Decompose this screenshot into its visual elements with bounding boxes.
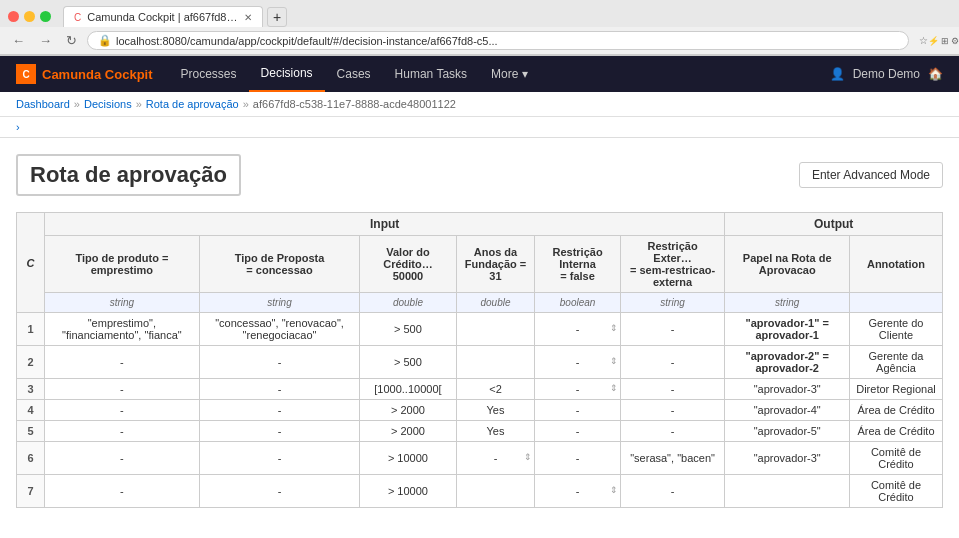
cell-4-1: - (199, 400, 360, 421)
cell-7-7: Comitê de Crédito (849, 475, 942, 508)
breadcrumb-decisions[interactable]: Decisions (84, 98, 132, 110)
cell-1-4[interactable]: - (535, 313, 620, 346)
user-name: Demo Demo (853, 67, 920, 81)
browser-tab[interactable]: C Camunda Cockpit | af667fd8-c... ✕ (63, 6, 263, 27)
cell-6-2: > 10000 (360, 442, 456, 475)
table-row: 7 - - > 10000 - - Comitê de Crédito (17, 475, 943, 508)
cell-3-4[interactable]: - (535, 379, 620, 400)
advanced-mode-button[interactable]: Enter Advanced Mode (799, 162, 943, 188)
cell-1-5: - (620, 313, 725, 346)
cell-7-4[interactable]: - (535, 475, 620, 508)
cell-5-5: - (620, 421, 725, 442)
col-anos-fundacao: Anos da Fundação = 31 (456, 236, 535, 293)
page-header: Rota de aprovação Enter Advanced Mode (16, 154, 943, 196)
nav-items: Processes Decisions Cases Human Tasks Mo… (169, 56, 830, 92)
row-num-4: 4 (17, 400, 45, 421)
traffic-light-red[interactable] (8, 11, 19, 22)
traffic-light-yellow[interactable] (24, 11, 35, 22)
cell-5-4: - (535, 421, 620, 442)
table-container: C Input Output Tipo de produto = emprest… (16, 212, 943, 508)
type-string-3: string (620, 293, 725, 313)
home-icon[interactable]: 🏠 (928, 67, 943, 81)
cell-1-7: Gerente do Cliente (849, 313, 942, 346)
cell-5-0: - (45, 421, 200, 442)
cell-1-6: "aprovador-1" = aprovador-1 (725, 313, 850, 346)
browser-chrome: C Camunda Cockpit | af667fd8-c... ✕ + ← … (0, 0, 959, 56)
cell-6-0: - (45, 442, 200, 475)
row-num-7: 7 (17, 475, 45, 508)
type-double-2: double (456, 293, 535, 313)
traffic-light-green[interactable] (40, 11, 51, 22)
type-row: string string double double boolean stri… (17, 293, 943, 313)
col-valor-credito: Valor do Crédito… 50000 (360, 236, 456, 293)
new-tab-button[interactable]: + (267, 7, 287, 27)
header-row-1: C Input Output (17, 213, 943, 236)
nav-processes[interactable]: Processes (169, 56, 249, 92)
cell-5-2: > 2000 (360, 421, 456, 442)
nav-cases[interactable]: Cases (325, 56, 383, 92)
cell-3-7: Diretor Regional (849, 379, 942, 400)
col-papel-rota: Papel na Rota de Aprovacao (725, 236, 850, 293)
type-string-4: string (725, 293, 850, 313)
cell-2-4[interactable]: - (535, 346, 620, 379)
cell-6-5: "serasa", "bacen" (620, 442, 725, 475)
breadcrumb-instance-id: af667fd8-c538-11e7-8888-acde48001122 (253, 98, 456, 110)
cell-5-1: - (199, 421, 360, 442)
table-row: 4 - - > 2000 Yes - - "aprovador-4" Área … (17, 400, 943, 421)
breadcrumb: Dashboard » Decisions » Rota de aprovaçã… (0, 92, 959, 117)
back-button[interactable]: ← (8, 31, 29, 50)
cell-4-5: - (620, 400, 725, 421)
nav-human-tasks[interactable]: Human Tasks (383, 56, 479, 92)
breadcrumb-arrow[interactable]: › (0, 117, 959, 137)
cell-7-2: > 10000 (360, 475, 456, 508)
user-icon: 👤 (830, 67, 845, 81)
table-row: 5 - - > 2000 Yes - - "aprovador-5" Área … (17, 421, 943, 442)
type-annotation (849, 293, 942, 313)
decision-table: C Input Output Tipo de produto = emprest… (16, 212, 943, 508)
cell-4-7: Área de Crédito (849, 400, 942, 421)
url-text: localhost:8080/camunda/app/cockpit/defau… (116, 35, 898, 47)
cell-2-1: - (199, 346, 360, 379)
cell-4-4: - (535, 400, 620, 421)
th-c: C (17, 213, 45, 313)
type-string-1: string (45, 293, 200, 313)
breadcrumb-rota[interactable]: Rota de aprovação (146, 98, 239, 110)
forward-button[interactable]: → (35, 31, 56, 50)
address-bar[interactable]: 🔒 localhost:8080/camunda/app/cockpit/def… (87, 31, 909, 50)
cell-7-3 (456, 475, 535, 508)
cell-3-0: - (45, 379, 200, 400)
row-num-1: 1 (17, 313, 45, 346)
cell-1-2: > 500 (360, 313, 456, 346)
extensions-icon[interactable]: ⚡⊞⚙ (935, 33, 951, 49)
refresh-button[interactable]: ↻ (62, 31, 81, 50)
cell-2-0: - (45, 346, 200, 379)
col-tipo-proposta: Tipo de Proposta = concessao (199, 236, 360, 293)
cell-4-3: Yes (456, 400, 535, 421)
th-output: Output (725, 213, 943, 236)
browser-actions: ☆ ⚡⊞⚙ (915, 33, 951, 49)
page-title: Rota de aprovação (16, 154, 241, 196)
cell-2-5: - (620, 346, 725, 379)
browser-toolbar: ← → ↻ 🔒 localhost:8080/camunda/app/cockp… (0, 27, 959, 55)
cell-4-0: - (45, 400, 200, 421)
logo-icon: C (16, 64, 36, 84)
row-num-5: 5 (17, 421, 45, 442)
cell-3-5: - (620, 379, 725, 400)
breadcrumb-section: Dashboard » Decisions » Rota de aprovaçã… (0, 92, 959, 138)
cell-6-4: - (535, 442, 620, 475)
cell-6-3[interactable]: - (456, 442, 535, 475)
cell-1-0: "emprestimo", "financiamento", "fianca" (45, 313, 200, 346)
breadcrumb-dashboard[interactable]: Dashboard (16, 98, 70, 110)
cell-5-7: Área de Crédito (849, 421, 942, 442)
table-row: 6 - - > 10000 - - "serasa", "bacen" "apr… (17, 442, 943, 475)
tab-close-button[interactable]: ✕ (244, 12, 252, 23)
nav-decisions[interactable]: Decisions (249, 56, 325, 92)
cell-3-6: "aprovador-3" (725, 379, 850, 400)
cell-7-0: - (45, 475, 200, 508)
app-name: Camunda Cockpit (42, 67, 153, 82)
nav-user: 👤 Demo Demo 🏠 (830, 67, 943, 81)
app-navbar: C Camunda Cockpit Processes Decisions Ca… (0, 56, 959, 92)
col-annotation: Annotation (849, 236, 942, 293)
cell-1-1: "concessao", "renovacao", "renegociacao" (199, 313, 360, 346)
nav-more[interactable]: More ▾ (479, 56, 540, 92)
